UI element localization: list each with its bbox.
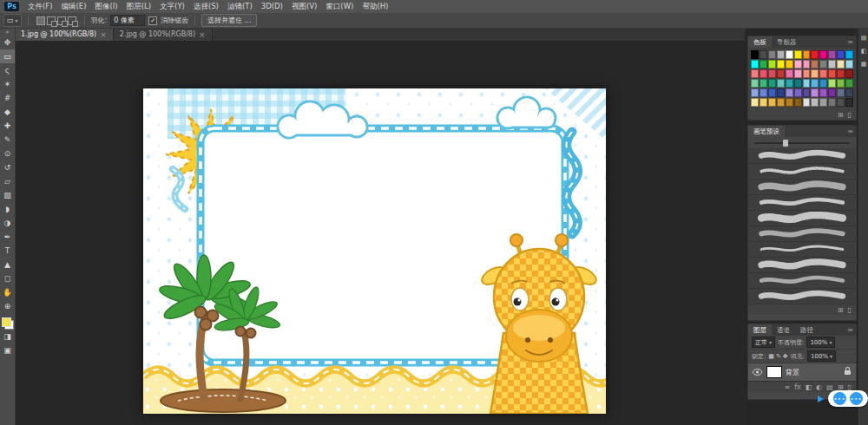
slider-knob[interactable] (783, 140, 788, 147)
color-swatch[interactable] (819, 88, 827, 97)
color-swatch[interactable] (803, 88, 811, 97)
brush-preset[interactable] (748, 258, 856, 273)
path-selection-tool[interactable]: ▲ (0, 258, 15, 271)
color-swatch[interactable] (768, 50, 776, 59)
new-swatch-icon[interactable]: ⊞ (838, 111, 844, 119)
menu-item[interactable]: 视图(V) (287, 0, 321, 13)
color-swatch[interactable] (828, 50, 836, 59)
layer-effects-icon[interactable]: fx (794, 383, 801, 391)
subtract-selection-icon[interactable] (57, 16, 66, 25)
crop-tool[interactable]: # (0, 91, 15, 105)
eraser-tool[interactable]: ▱ (0, 174, 15, 188)
slider-track[interactable] (754, 142, 850, 144)
opacity-select[interactable]: 100% ▾ (806, 337, 835, 348)
quick-mask-button[interactable]: ◨ (0, 330, 15, 343)
color-swatch[interactable] (786, 50, 793, 59)
color-swatch[interactable] (777, 60, 785, 69)
layer-thumbnail[interactable] (766, 366, 782, 378)
color-swatch[interactable] (803, 60, 811, 69)
tab-navigator[interactable]: 导航器 (772, 36, 802, 48)
color-swatch[interactable] (819, 79, 827, 88)
color-swatch[interactable] (751, 50, 759, 59)
gradient-tool[interactable]: ▨ (0, 188, 15, 202)
active-tool-preset[interactable]: ▭ ▾ (3, 14, 22, 27)
dodge-tool[interactable]: ◑ (0, 216, 15, 230)
color-swatch[interactable] (803, 79, 811, 88)
color-swatch[interactable] (828, 60, 836, 69)
brush-preset[interactable] (748, 195, 856, 211)
brush-preset[interactable] (748, 211, 856, 226)
color-swatch[interactable] (768, 60, 776, 69)
visibility-eye-icon[interactable] (752, 369, 763, 376)
trash-icon[interactable]: ▯ (848, 111, 852, 119)
color-swatch[interactable] (786, 79, 793, 88)
color-swatch[interactable] (811, 50, 819, 59)
add-selection-icon[interactable] (47, 16, 56, 25)
color-swatch[interactable] (845, 98, 853, 107)
color-swatch[interactable] (768, 79, 776, 88)
brush-preset[interactable] (748, 148, 856, 164)
canvas-area[interactable]: 1.jpg @ 100%(RGB/8)×2.jpg @ 100%(RGB/8)× (15, 28, 745, 425)
color-swatch[interactable] (837, 79, 845, 88)
color-swatch[interactable] (794, 88, 802, 97)
menu-item[interactable]: 文件(F) (23, 0, 57, 13)
panel-menu-icon[interactable]: ≡ (847, 126, 853, 137)
color-swatch[interactable] (837, 98, 845, 107)
foreground-color-swatch[interactable] (2, 317, 11, 327)
menu-item[interactable]: 编辑(E) (57, 0, 91, 13)
color-swatch[interactable] (794, 60, 802, 69)
color-swatch[interactable] (751, 98, 759, 107)
color-swatch[interactable] (828, 69, 836, 78)
new-selection-icon[interactable] (36, 16, 45, 25)
floating-chat-widget[interactable]: ••• ••• (818, 390, 868, 407)
blur-tool[interactable]: ◗ (0, 202, 15, 216)
color-swatch[interactable] (845, 60, 853, 69)
color-swatch[interactable] (828, 88, 836, 97)
menu-item[interactable]: 窗口(W) (321, 0, 358, 13)
collapsed-panel-icon[interactable]: ◧ (861, 48, 867, 55)
color-swatch[interactable] (828, 79, 836, 88)
tab-paths[interactable]: 路径 (795, 324, 819, 336)
layer-row-background[interactable]: 背景 (748, 363, 856, 382)
trash-icon[interactable]: ▯ (848, 306, 852, 314)
history-brush-tool[interactable]: ↺ (0, 160, 15, 174)
color-swatch[interactable] (751, 79, 759, 88)
tab-brush-presets[interactable]: 画笔预设 (748, 126, 785, 137)
tab-close-icon[interactable]: × (100, 30, 107, 39)
zoom-tool[interactable]: ⊕ (0, 299, 15, 313)
color-swatch[interactable] (760, 50, 767, 59)
brush-preset[interactable] (748, 242, 856, 258)
lock-pixels-icon[interactable]: ✎ (776, 353, 781, 360)
select-and-mask-button[interactable]: 选择并遮住 ... (201, 14, 257, 27)
chat-button[interactable]: ••• (833, 392, 846, 405)
color-swatch[interactable] (803, 50, 811, 59)
brush-tool[interactable]: ✎ (0, 133, 15, 147)
fill-select[interactable]: 100% ▾ (807, 350, 836, 362)
color-swatch[interactable] (794, 50, 802, 59)
color-swatch[interactable] (794, 98, 802, 107)
color-swatch[interactable] (837, 60, 845, 69)
tab-layers[interactable]: 图层 (748, 324, 772, 336)
color-swatch[interactable] (845, 79, 853, 88)
quick-selection-tool[interactable]: ✶ (0, 77, 15, 91)
brush-preset[interactable] (748, 164, 856, 180)
color-swatch[interactable] (760, 98, 767, 107)
spot-healing-tool[interactable]: ✚ (0, 119, 15, 133)
color-swatch[interactable] (845, 50, 853, 59)
color-swatch[interactable] (768, 88, 776, 97)
color-swatch[interactable] (811, 79, 819, 88)
new-brush-icon[interactable]: ⊞ (838, 306, 844, 314)
color-swatch[interactable] (811, 98, 819, 107)
color-swatch[interactable] (777, 88, 785, 97)
shape-tool[interactable]: ◻ (0, 271, 15, 285)
antialias-checkbox[interactable]: ✓ (148, 16, 157, 25)
panel-menu-icon[interactable]: ≡ (847, 324, 853, 336)
brush-preset[interactable] (748, 289, 856, 304)
color-swatch[interactable] (837, 69, 845, 78)
color-swatch[interactable] (811, 60, 819, 69)
tab-channels[interactable]: 通道 (772, 324, 795, 336)
color-swatch[interactable] (751, 88, 759, 97)
collapsed-panel-icon[interactable]: ▦ (861, 61, 867, 68)
color-swatch[interactable] (768, 98, 776, 107)
menu-item[interactable]: 文字(Y) (155, 0, 189, 13)
